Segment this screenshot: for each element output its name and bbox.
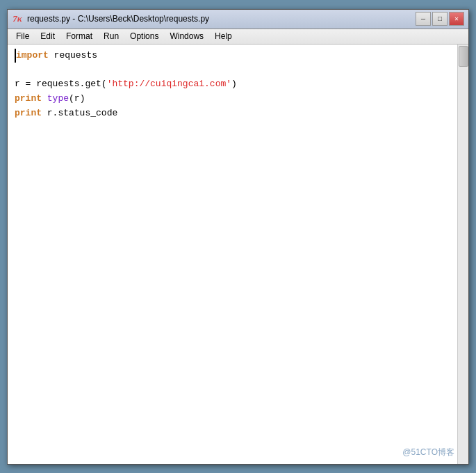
- menu-edit[interactable]: Edit: [35, 30, 60, 42]
- menu-format[interactable]: Format: [60, 30, 98, 42]
- code-line-1: import requests: [15, 49, 450, 63]
- vertical-scrollbar[interactable]: [457, 45, 468, 464]
- app-icon: 7κ: [12, 13, 23, 24]
- keyword-print: print: [15, 93, 47, 104]
- code-text: r = requests.get(: [15, 79, 107, 89]
- code-text: requests: [49, 50, 97, 61]
- code-line-5: print r.status_code: [15, 106, 450, 121]
- menu-run[interactable]: Run: [98, 30, 124, 42]
- window-controls: — □ ✕: [416, 12, 464, 26]
- editor-area: import requests r = requests.get('http:/…: [8, 45, 468, 464]
- code-text: (r): [69, 93, 85, 104]
- menu-windows[interactable]: Windows: [164, 30, 209, 42]
- maximize-button[interactable]: □: [432, 12, 448, 26]
- menu-file[interactable]: File: [10, 30, 35, 42]
- watermark: @51CTO博客: [402, 447, 454, 458]
- code-line-3: r = requests.get('http://cuiqingcai.com'…: [15, 77, 450, 92]
- title-bar: 7κ requests.py - C:\Users\Beck\Desktop\r…: [8, 10, 468, 29]
- window-title: requests.py - C:\Users\Beck\Desktop\requ…: [27, 14, 416, 24]
- main-window: 7κ requests.py - C:\Users\Beck\Desktop\r…: [7, 9, 469, 465]
- scrollbar-thumb[interactable]: [459, 46, 468, 67]
- string-literal: 'http://cuiqingcai.com': [107, 79, 231, 89]
- close-button[interactable]: ✕: [449, 12, 464, 26]
- code-text: r.status_code: [47, 108, 117, 118]
- code-line-4: print type(r): [15, 92, 450, 106]
- code-line-2: [15, 63, 450, 77]
- keyword-type: type: [47, 93, 69, 104]
- keyword-print-2: print: [15, 108, 47, 118]
- code-editor[interactable]: import requests r = requests.get('http:/…: [8, 45, 457, 464]
- code-text: ): [231, 79, 237, 89]
- minimize-button[interactable]: —: [416, 12, 431, 26]
- keyword-import: import: [16, 50, 49, 61]
- menu-bar: File Edit Format Run Options Windows Hel…: [8, 29, 468, 45]
- menu-options[interactable]: Options: [124, 30, 164, 42]
- menu-help[interactable]: Help: [209, 30, 238, 42]
